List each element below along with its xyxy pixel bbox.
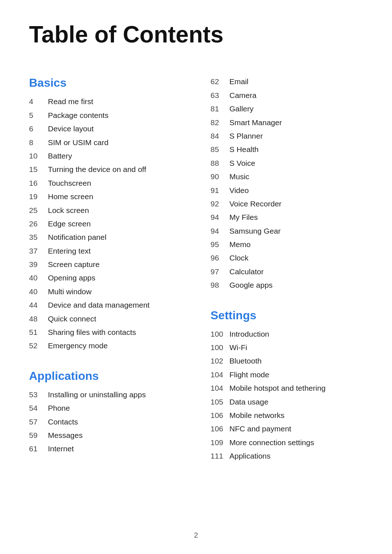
toc-label: Emergency mode xyxy=(48,340,108,351)
toc-number: 100 xyxy=(211,329,229,339)
toc-label: Device layout xyxy=(48,123,94,134)
toc-number: 39 xyxy=(29,259,48,270)
toc-number: 6 xyxy=(29,123,48,134)
toc-item: 8SIM or USIM card xyxy=(29,137,189,148)
content-area: Basics 4Read me first5Package contents6D… xyxy=(29,76,363,476)
toc-number: 106 xyxy=(211,423,229,434)
toc-label: Entering text xyxy=(48,246,91,256)
toc-label: Music xyxy=(229,171,249,182)
toc-item: 88S Voice xyxy=(211,158,363,168)
toc-item: 100Introduction xyxy=(211,329,363,339)
toc-label: Data usage xyxy=(229,397,268,407)
toc-number: 40 xyxy=(29,272,48,283)
toc-item: 61Internet xyxy=(29,443,189,454)
toc-number: 5 xyxy=(29,110,48,120)
toc-item: 39Screen capture xyxy=(29,259,189,270)
toc-item: 16Touchscreen xyxy=(29,178,189,188)
toc-item: 37Entering text xyxy=(29,246,189,256)
toc-number: 8 xyxy=(29,137,48,148)
toc-label: Mobile hotspot and tethering xyxy=(229,383,326,393)
toc-label: NFC and payment xyxy=(229,423,291,434)
toc-label: Google apps xyxy=(229,280,273,290)
settings-list: 100Introduction100Wi-Fi102Bluetooth104Fl… xyxy=(211,329,363,461)
toc-number: 16 xyxy=(29,178,48,188)
toc-item: 98Google apps xyxy=(211,280,363,290)
toc-item: 44Device and data management xyxy=(29,300,189,310)
toc-number: 25 xyxy=(29,205,48,216)
toc-number: 95 xyxy=(211,239,229,250)
toc-item: 19Home screen xyxy=(29,191,189,202)
toc-label: Touchscreen xyxy=(48,178,91,188)
page-footer: 2 xyxy=(0,531,392,539)
toc-label: Turning the device on and off xyxy=(48,164,146,175)
applications-list: 53Installing or uninstalling apps54Phone… xyxy=(29,389,189,454)
toc-number: 54 xyxy=(29,403,48,413)
toc-number: 48 xyxy=(29,313,48,324)
toc-number: 91 xyxy=(211,185,229,196)
toc-number: 4 xyxy=(29,96,48,107)
toc-label: Multi window xyxy=(48,286,91,297)
toc-label: Lock screen xyxy=(48,205,89,216)
toc-number: 10 xyxy=(29,151,48,161)
right-column: 62Email63Camera81Gallery82Smart Manager8… xyxy=(203,76,363,476)
toc-label: Smart Manager xyxy=(229,117,282,128)
applications-heading: Applications xyxy=(29,369,189,383)
toc-item: 94Samsung Gear xyxy=(211,226,363,236)
toc-item: 4Read me first xyxy=(29,96,189,107)
toc-item: 6Device layout xyxy=(29,123,189,134)
toc-number: 94 xyxy=(211,212,229,222)
toc-item: 106Mobile networks xyxy=(211,410,363,420)
toc-item: 10Battery xyxy=(29,151,189,161)
toc-number: 52 xyxy=(29,340,48,351)
toc-item: 100Wi-Fi xyxy=(211,342,363,353)
settings-heading: Settings xyxy=(211,309,363,322)
toc-label: Device and data management xyxy=(48,300,150,310)
toc-number: 35 xyxy=(29,232,48,242)
toc-item: 59Messages xyxy=(29,430,189,440)
toc-number: 104 xyxy=(211,369,229,380)
toc-item: 53Installing or uninstalling apps xyxy=(29,389,189,400)
toc-number: 109 xyxy=(211,437,229,448)
toc-label: SIM or USIM card xyxy=(48,137,109,148)
toc-item: 96Clock xyxy=(211,253,363,263)
toc-label: Read me first xyxy=(48,96,93,107)
toc-number: 40 xyxy=(29,286,48,297)
toc-number: 26 xyxy=(29,218,48,229)
basics-list: 4Read me first5Package contents6Device l… xyxy=(29,96,189,351)
toc-label: Introduction xyxy=(229,329,269,339)
toc-number: 57 xyxy=(29,416,48,427)
toc-number: 98 xyxy=(211,280,229,290)
left-column: Basics 4Read me first5Package contents6D… xyxy=(29,76,203,476)
toc-label: Internet xyxy=(48,443,74,454)
toc-item: 111Applications xyxy=(211,451,363,461)
toc-number: 106 xyxy=(211,410,229,420)
toc-number: 84 xyxy=(211,131,229,141)
toc-label: Bluetooth xyxy=(229,356,262,366)
toc-number: 85 xyxy=(211,144,229,155)
toc-item: 54Phone xyxy=(29,403,189,413)
toc-number: 19 xyxy=(29,191,48,202)
toc-item: 92Voice Recorder xyxy=(211,198,363,209)
toc-number: 102 xyxy=(211,356,229,366)
toc-number: 82 xyxy=(211,117,229,128)
toc-item: 81Gallery xyxy=(211,103,363,114)
toc-item: 48Quick connect xyxy=(29,313,189,324)
toc-item: 25Lock screen xyxy=(29,205,189,216)
toc-label: My Files xyxy=(229,212,258,222)
toc-number: 53 xyxy=(29,389,48,400)
toc-label: Wi-Fi xyxy=(229,342,247,353)
toc-item: 63Camera xyxy=(211,90,363,100)
toc-item: 15Turning the device on and off xyxy=(29,164,189,175)
toc-item: 40Multi window xyxy=(29,286,189,297)
toc-item: 82Smart Manager xyxy=(211,117,363,128)
toc-item: 51Sharing files with contacts xyxy=(29,327,189,337)
toc-item: 5Package contents xyxy=(29,110,189,120)
toc-item: 91Video xyxy=(211,185,363,196)
toc-number: 100 xyxy=(211,342,229,353)
toc-number: 51 xyxy=(29,327,48,337)
page-number: 2 xyxy=(194,531,198,539)
toc-item: 62Email xyxy=(211,76,363,87)
toc-number: 88 xyxy=(211,158,229,168)
toc-label: Messages xyxy=(48,430,83,440)
toc-number: 104 xyxy=(211,383,229,393)
